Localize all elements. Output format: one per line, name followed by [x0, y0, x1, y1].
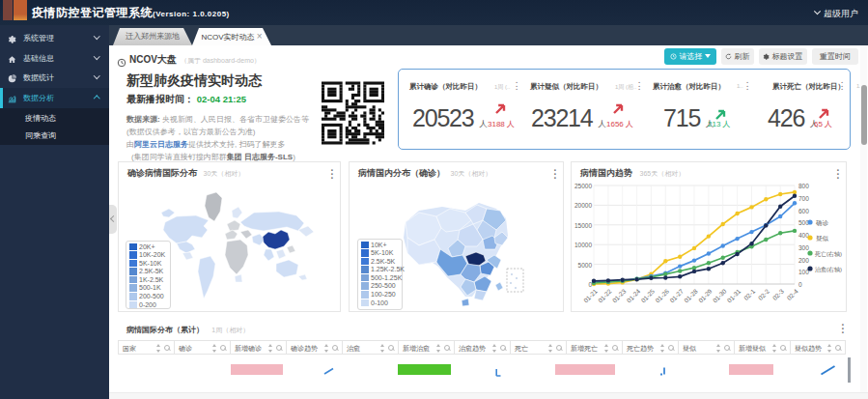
- svg-text:治愈(右轴): 治愈(右轴): [815, 266, 842, 273]
- svg-text:10000: 10000: [574, 242, 592, 248]
- svg-text:0: 0: [798, 281, 802, 288]
- svg-text:01-21: 01-21: [582, 287, 599, 303]
- svg-text:疑似: 疑似: [816, 235, 829, 242]
- svg-text:死亡(右轴): 死亡(右轴): [815, 250, 842, 258]
- svg-text:300: 300: [798, 244, 809, 251]
- svg-text:02-2: 02-2: [757, 287, 770, 300]
- svg-text:20000: 20000: [574, 202, 592, 209]
- svg-text:01-23: 01-23: [611, 287, 628, 303]
- svg-text:确诊: 确诊: [816, 219, 829, 227]
- svg-text:02-4: 02-4: [786, 287, 799, 300]
- svg-text:15000: 15000: [574, 222, 592, 229]
- svg-text:01-29: 01-29: [697, 287, 714, 303]
- svg-text:200: 200: [798, 257, 809, 264]
- svg-text:01-26: 01-26: [654, 287, 670, 303]
- svg-text:02-3: 02-3: [771, 287, 785, 300]
- svg-text:600: 600: [798, 208, 809, 214]
- svg-text:25000: 25000: [574, 183, 592, 189]
- svg-text:01-28: 01-28: [683, 287, 699, 303]
- svg-text:01-30: 01-30: [712, 287, 728, 303]
- svg-text:01-24: 01-24: [626, 287, 642, 303]
- svg-text:01-27: 01-27: [668, 287, 685, 303]
- svg-text:800: 800: [798, 183, 809, 189]
- svg-text:01-25: 01-25: [639, 287, 656, 303]
- svg-text:100: 100: [798, 269, 809, 275]
- svg-text:5000: 5000: [578, 262, 593, 269]
- svg-text:700: 700: [798, 195, 809, 202]
- svg-text:01-22: 01-22: [597, 287, 613, 303]
- svg-text:01-31: 01-31: [726, 287, 742, 303]
- svg-text:0: 0: [588, 281, 592, 288]
- svg-text:02-1: 02-1: [742, 287, 756, 300]
